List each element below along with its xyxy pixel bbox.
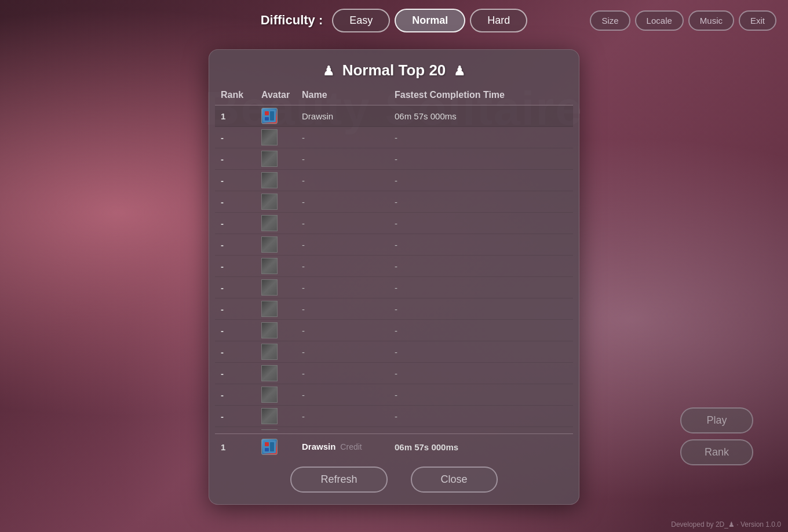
- chess-icon-left: ♟: [323, 64, 334, 78]
- rank-cell: -: [221, 283, 261, 293]
- table-row: 1Drawsin06m 57s 000ms: [215, 105, 573, 127]
- footer-rank: 1: [221, 442, 261, 452]
- rank-cell: -: [221, 347, 261, 357]
- dialog-title-text: Normal Top 20: [342, 61, 446, 79]
- rank-cell: -: [221, 261, 261, 271]
- chess-icon-right: ♟: [454, 64, 465, 78]
- avatar-placeholder: [261, 387, 278, 403]
- rank-cell: -: [221, 176, 261, 185]
- avatar-cell: [261, 215, 302, 231]
- avatar-placeholder: [261, 279, 278, 296]
- avatar-placeholder: [261, 365, 278, 381]
- rank-cell: -: [221, 133, 261, 143]
- rank-overlay-button[interactable]: Rank: [680, 439, 753, 465]
- normal-button[interactable]: Normal: [395, 9, 465, 32]
- footer-row: 1DrawsinCredit06m 57s 000ms: [215, 433, 573, 458]
- time-cell: -: [395, 154, 567, 164]
- avatar-cell: [261, 258, 302, 274]
- avatar-placeholder: [261, 172, 278, 188]
- table-row: ---: [215, 320, 573, 341]
- dialog-title: ♟ Normal Top 20 ♟: [209, 50, 579, 85]
- table-row: ---: [215, 234, 573, 256]
- time-cell: 06m 57s 000ms: [395, 111, 567, 121]
- top-bar: Difficulty : Easy Normal Hard Size Local…: [0, 0, 788, 41]
- rank-cell: -: [221, 326, 261, 336]
- name-cell: -: [302, 176, 395, 185]
- svg-rect-1: [265, 111, 269, 115]
- time-cell: -: [395, 304, 567, 314]
- avatar-cell: [261, 194, 302, 210]
- avatar-cell: [261, 429, 302, 430]
- rank-cell: -: [221, 369, 261, 378]
- time-cell: -: [395, 411, 567, 421]
- difficulty-label: Difficulty :: [261, 13, 323, 28]
- table-body: 1Drawsin06m 57s 000ms-------------------…: [215, 105, 573, 430]
- exit-button[interactable]: Exit: [739, 10, 776, 31]
- footer-avatar: [261, 439, 302, 455]
- avatar-cell: [261, 129, 302, 145]
- table-row: ---: [215, 256, 573, 277]
- name-cell: -: [302, 218, 395, 228]
- svg-rect-2: [265, 117, 269, 121]
- time-cell: -: [395, 283, 567, 293]
- hard-button[interactable]: Hard: [470, 9, 527, 32]
- avatar-placeholder: [261, 151, 278, 167]
- table-row: ---: [215, 277, 573, 298]
- name-cell: -: [302, 304, 395, 314]
- time-cell: -: [395, 133, 567, 143]
- time-cell: -: [395, 390, 567, 400]
- name-cell: -: [302, 133, 395, 143]
- refresh-button[interactable]: Refresh: [290, 467, 387, 493]
- time-cell: -: [395, 347, 567, 357]
- easy-button[interactable]: Easy: [332, 9, 390, 32]
- table-row: ---: [215, 298, 573, 320]
- name-cell: -: [302, 326, 395, 336]
- overlay-buttons: Play Rank: [680, 407, 753, 465]
- bottom-buttons: Refresh Close: [209, 467, 579, 493]
- version-text: Developed by 2D_♟ · Version 1.0.0: [671, 520, 781, 529]
- music-button[interactable]: Music: [688, 10, 734, 31]
- avatar-placeholder: [261, 258, 278, 274]
- svg-rect-6: [265, 448, 269, 451]
- table-row: ---: [215, 191, 573, 213]
- top-right-buttons: Size Locale Music Exit: [590, 10, 776, 31]
- avatar-placeholder: [261, 215, 278, 231]
- rank-cell: -: [221, 411, 261, 421]
- avatar-cell: [261, 344, 302, 360]
- rank-cell: -: [221, 240, 261, 250]
- avatar-cell: [261, 408, 302, 424]
- size-button[interactable]: Size: [590, 10, 630, 31]
- locale-button[interactable]: Locale: [635, 10, 684, 31]
- time-cell: -: [395, 261, 567, 271]
- avatar-placeholder: [261, 236, 278, 253]
- name-cell: -: [302, 197, 395, 207]
- table-row: ---: [215, 170, 573, 191]
- table-row: ---: [215, 363, 573, 384]
- name-cell: -: [302, 390, 395, 400]
- avatar-placeholder: [261, 194, 278, 210]
- table-row: ---: [215, 213, 573, 234]
- name-cell: -: [302, 283, 395, 293]
- play-overlay-button[interactable]: Play: [680, 407, 753, 433]
- leaderboard-dialog: ♟ Normal Top 20 ♟ Rank Avatar Name Faste…: [209, 49, 579, 505]
- svg-rect-3: [270, 111, 274, 121]
- time-cell: -: [395, 197, 567, 207]
- table-row: ---: [215, 341, 573, 363]
- avatar-cell: [261, 322, 302, 338]
- name-cell: -: [302, 347, 395, 357]
- footer-time: 06m 57s 000ms: [395, 442, 567, 452]
- close-button[interactable]: Close: [411, 467, 498, 493]
- avatar-cell: [261, 279, 302, 296]
- time-cell: -: [395, 369, 567, 378]
- table-header: Rank Avatar Name Fastest Completion Time: [215, 85, 573, 105]
- avatar-cell: [261, 301, 302, 317]
- avatar-placeholder: [261, 322, 278, 338]
- time-cell: -: [395, 240, 567, 250]
- name-cell: -: [302, 369, 395, 378]
- avatar-cell: [261, 236, 302, 253]
- table-row: ---: [215, 406, 573, 427]
- footer-name: Drawsin: [302, 442, 335, 451]
- avatar-placeholder: [261, 129, 278, 145]
- name-cell: -: [302, 261, 395, 271]
- avatar-placeholder: [261, 429, 278, 430]
